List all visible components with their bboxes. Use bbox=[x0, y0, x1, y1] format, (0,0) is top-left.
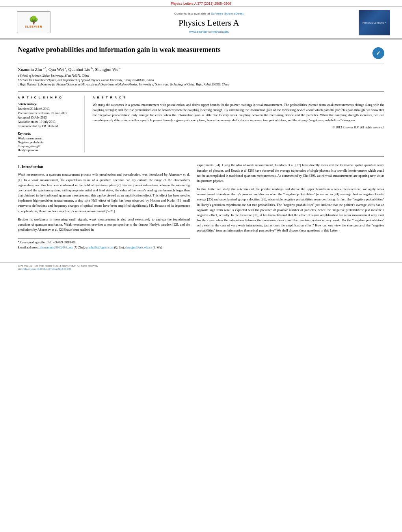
footnote-area: * Corresponding author. Tel.: +86 029 88… bbox=[18, 238, 190, 250]
communicated-by: Communicated by P.R. Holland bbox=[18, 124, 78, 128]
authors-line: Xuanmin Zhu a,*, Qun Wei a, Quanhui Liu … bbox=[18, 67, 384, 72]
affiliations: a School of Science, Xidian University, … bbox=[18, 74, 384, 87]
journal-citation: Physics Letters A 377 (2013) 2505–2509 bbox=[171, 2, 231, 6]
email-3-link[interactable]: shengjun@ustc.edu.cn bbox=[125, 246, 152, 249]
keyword-4: Hardy's paradox bbox=[18, 148, 78, 152]
article-info-title: A R T I C L E I N F O bbox=[18, 96, 78, 99]
authors: Xuanmin Zhu a,*, Qun Wei a, Quanhui Liu … bbox=[18, 67, 121, 72]
sciverse-link[interactable]: SciVerse ScienceDirect bbox=[211, 12, 244, 15]
column-right: experiments [24]. Using the idea of weak… bbox=[197, 163, 384, 250]
bottom-bar: 0375-9601/$ – see front matter © 2013 El… bbox=[0, 262, 402, 272]
elsevier-text: ELSEVIER bbox=[24, 25, 42, 28]
received-date: Received 23 March 2013 bbox=[18, 107, 78, 111]
main-body: 1. Introduction Weak measurement, a quan… bbox=[18, 163, 384, 250]
journal-title-area: Contents lists available at SciVerse Sci… bbox=[59, 12, 359, 33]
revised-date: Received in revised form 19 June 2013 bbox=[18, 111, 78, 115]
abstract-section: A B S T R A C T We study the outcomes in… bbox=[93, 96, 384, 152]
article-history-label: Article history: bbox=[18, 102, 78, 106]
footnote-star: * Corresponding author. Tel.: +86 029 88… bbox=[18, 241, 190, 245]
affiliation-a: a School of Science, Xidian University, … bbox=[18, 74, 384, 78]
email-1-name: (X. Zhu), bbox=[74, 246, 85, 249]
keywords-section: Keywords: Weak measurement Negative prob… bbox=[18, 132, 78, 152]
issn-text: 0375-9601/$ – see front matter © 2013 El… bbox=[18, 264, 98, 267]
intro-paragraph-1: Weak measurement, a quantum measurement … bbox=[18, 172, 190, 213]
affiliation-b: b School for Theoretical Physics, and De… bbox=[18, 78, 384, 82]
keywords-label: Keywords: bbox=[18, 132, 78, 135]
contents-line: Contents lists available at SciVerse Sci… bbox=[67, 12, 351, 15]
abstract-title: A B S T R A C T bbox=[93, 96, 384, 99]
elsevier-tree-icon: 🌳 bbox=[29, 16, 39, 24]
email-label: E-mail addresses: bbox=[18, 246, 39, 249]
footnote-emails: E-mail addresses: zhuxuanmin2006@163.com… bbox=[18, 246, 190, 250]
paper-title: Negative probabilities and information g… bbox=[18, 45, 368, 54]
intro-paragraph-2: Besides its usefulness in measuring smal… bbox=[18, 217, 190, 233]
available-date: Available online 19 July 2013 bbox=[18, 120, 78, 124]
intro-paragraph-right-1: experiments [24]. Using the idea of weak… bbox=[197, 163, 384, 184]
email-3-name: (S. Wu) bbox=[153, 246, 162, 249]
journal-cover-image: PHYSICS LETTERS A bbox=[359, 10, 390, 35]
section-1-heading: 1. Introduction bbox=[18, 165, 190, 169]
doi-link[interactable]: http://dx.doi.org/10.1016/j.physleta.201… bbox=[18, 267, 71, 271]
publisher-logo-area: 🌳 ELSEVIER bbox=[8, 11, 59, 34]
article-meta-section: A R T I C L E I N F O Article history: R… bbox=[18, 91, 384, 157]
article-info: A R T I C L E I N F O Article history: R… bbox=[18, 96, 85, 152]
journal-header: 🌳 ELSEVIER Contents lists available at S… bbox=[0, 7, 402, 39]
elsevier-box: 🌳 ELSEVIER bbox=[17, 11, 50, 33]
keyword-3: Coupling strength bbox=[18, 145, 78, 148]
keyword-1: Weak measurement bbox=[18, 137, 78, 140]
journal-url[interactable]: www.elsevier.com/locate/pla bbox=[67, 30, 351, 33]
elsevier-box-inner: 🌳 ELSEVIER bbox=[24, 16, 42, 28]
keyword-2: Negative probability bbox=[18, 141, 78, 144]
affiliation-c: c Hefei National Laboratory for Physical… bbox=[18, 82, 384, 87]
email-1-link[interactable]: zhuxuanmin2006@163.com bbox=[39, 246, 73, 249]
email-2-link[interactable]: quanhuiliu@gmail.com bbox=[86, 246, 114, 249]
top-banner: Physics Letters A 377 (2013) 2505–2509 bbox=[0, 0, 402, 7]
column-left: 1. Introduction Weak measurement, a quan… bbox=[18, 163, 190, 250]
intro-paragraph-right-2: In this Letter we study the outcomes of … bbox=[197, 187, 384, 234]
abstract-text: We study the outcomes in a general measu… bbox=[93, 102, 384, 122]
elsevier-logo: 🌳 ELSEVIER bbox=[8, 11, 59, 34]
journal-title: Physics Letters A bbox=[67, 18, 351, 28]
copyright-line: © 2013 Elsevier B.V. All rights reserved… bbox=[93, 126, 384, 129]
paper-title-area: Negative probabilities and information g… bbox=[18, 45, 384, 63]
accepted-date: Accepted 15 July 2013 bbox=[18, 116, 78, 119]
journal-cover-area: PHYSICS LETTERS A bbox=[359, 10, 394, 35]
email-2-name: (Q. Liu), bbox=[114, 246, 125, 249]
paper-content: Negative probabilities and information g… bbox=[0, 39, 402, 258]
crossmark-badge[interactable]: ✓ bbox=[372, 47, 384, 59]
